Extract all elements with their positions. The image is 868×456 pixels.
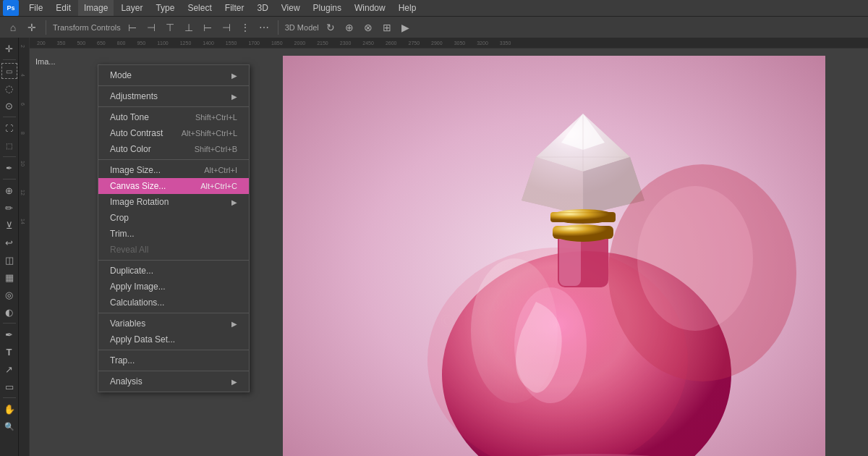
ruler-tick: 1250 [174, 41, 197, 46]
menu-group-duplicate: Duplicate... Apply Image... Calculations… [98, 261, 249, 313]
menu-item-apply-image[interactable]: Apply Image... [98, 279, 249, 295]
menu-image[interactable]: Image [78, 0, 114, 16]
frame-tool[interactable]: ⬚ [1, 138, 17, 153]
dodge-tool[interactable]: ◐ [1, 304, 17, 320]
menu-item-analysis[interactable]: Analysis ▶ [98, 373, 249, 389]
ruler-tick: 500 [71, 41, 91, 46]
ruler-tick: 2450 [357, 41, 380, 46]
menu-item-trap[interactable]: Trap... [98, 352, 249, 368]
menu-item-mode[interactable]: Mode ▶ [98, 67, 249, 83]
clone-stamp-tool[interactable]: ⊻ [1, 217, 17, 233]
eyedropper-tool[interactable]: ✒ [1, 160, 17, 176]
orbit3d-icon[interactable]: ⊗ [361, 20, 375, 35]
tool-sep3 [3, 156, 16, 157]
menu-item-image-size-label: Image Size... [110, 165, 161, 175]
menu-type[interactable]: Type [150, 0, 180, 16]
eraser-tool[interactable]: ◫ [1, 252, 17, 268]
move-tool[interactable]: ✛ [1, 41, 17, 56]
menu-plugins[interactable]: Plugins [307, 0, 347, 16]
menu-item-auto-tone[interactable]: Auto Tone Shift+Ctrl+L [98, 109, 249, 125]
zoom-tool[interactable]: 🔍 [1, 418, 17, 434]
menu-item-canvas-size[interactable]: Canvas Size... Alt+Ctrl+C [98, 178, 249, 194]
3d-model-label: 3D Model [285, 23, 319, 32]
menu-filter[interactable]: Filter [219, 0, 250, 16]
lasso-tool[interactable]: ◌ [1, 80, 17, 96]
align-top-icon[interactable]: ⊥ [182, 20, 196, 35]
ruler-tick: 3050 [448, 41, 472, 46]
shape-tool[interactable]: ▭ [1, 379, 17, 394]
menu-edit[interactable]: Edit [50, 0, 77, 16]
menu-item-auto-contrast[interactable]: Auto Contrast Alt+Shift+Ctrl+L [98, 125, 249, 141]
ruler-tick: 650 [91, 41, 111, 46]
menu-item-apply-data-set-label: Apply Data Set... [110, 334, 175, 345]
image-menu-dropdown: Mode ▶ Adjustments ▶ Auto Tone Shift+Ctr [98, 64, 250, 392]
menu-item-variables[interactable]: Variables ▶ [98, 316, 249, 332]
menu-group-variables: Variables ▶ Apply Data Set... [98, 313, 249, 350]
content-area: 200 350 500 650 800 950 1100 1250 1400 1… [30, 38, 868, 456]
align-center-h-icon[interactable]: ⊣ [144, 20, 158, 35]
heal-tool[interactable]: ⊕ [1, 182, 17, 198]
pan3d-icon[interactable]: ⊕ [342, 20, 357, 35]
gradient-tool[interactable]: ▦ [1, 269, 17, 285]
menu-item-adjustments[interactable]: Adjustments ▶ [98, 88, 249, 104]
align-center-v-icon[interactable]: ⊢ [200, 20, 215, 35]
more-icon[interactable]: ⋯ [257, 20, 271, 35]
menu-item-apply-data-set[interactable]: Apply Data Set... [98, 332, 249, 347]
main-area: ✛ ▭ ◌ ⊙ ⛶ ⬚ ✒ ⊕ ✏ ⊻ ↩ ◫ ▦ ◎ ◐ ✒ T ↗ ▭ ✋ … [0, 38, 868, 456]
menu-select[interactable]: Select [182, 0, 217, 16]
ruler-vertical: 2 4 6 8 10 12 14 [19, 38, 30, 456]
auto-tone-shortcut: Shift+Ctrl+L [195, 113, 237, 122]
video-icon[interactable]: ▶ [399, 20, 413, 35]
align-left-icon[interactable]: ⊢ [125, 20, 140, 35]
ruler-tick: 2150 [311, 41, 334, 46]
menu-item-trim[interactable]: Trim... [98, 226, 249, 242]
hand-tool[interactable]: ✋ [1, 401, 17, 417]
home-icon[interactable]: ⌂ [6, 20, 20, 35]
menu-item-auto-color[interactable]: Auto Color Shift+Ctrl+B [98, 141, 249, 157]
crop-tool[interactable]: ⛶ [1, 120, 17, 136]
menu-item-image-size[interactable]: Image Size... Alt+Ctrl+I [98, 162, 249, 178]
ruler-tick: 1850 [265, 41, 289, 46]
history-brush-tool[interactable]: ↩ [1, 235, 17, 250]
transform-controls-label: Transform Controls [53, 23, 121, 32]
adjustments-arrow: ▶ [231, 93, 237, 101]
menu-view[interactable]: View [276, 0, 306, 16]
menu-item-duplicate[interactable]: Duplicate... [98, 263, 249, 279]
blur-tool[interactable]: ◎ [1, 287, 17, 303]
menu-item-auto-tone-label: Auto Tone [110, 112, 149, 122]
menu-item-calculations[interactable]: Calculations... [98, 295, 249, 311]
svg-point-19 [637, 186, 753, 331]
menu-3d[interactable]: 3D [251, 0, 273, 16]
menu-window[interactable]: Window [349, 0, 391, 16]
path-select-tool[interactable]: ↗ [1, 361, 17, 377]
menu-group-trap: Trap... [98, 350, 249, 371]
menu-item-trap-label: Trap... [110, 355, 135, 366]
menu-item-image-rotation[interactable]: Image Rotation ▶ [98, 194, 249, 210]
menu-help[interactable]: Help [393, 0, 422, 16]
align-right-icon[interactable]: ⊤ [163, 20, 177, 35]
menu-item-crop[interactable]: Crop [98, 210, 249, 226]
move-icon[interactable]: ✛ [25, 20, 39, 35]
align-bottom-icon[interactable]: ⊣ [219, 20, 234, 35]
menu-file[interactable]: File [23, 0, 48, 16]
auto-contrast-shortcut: Alt+Shift+Ctrl+L [182, 129, 237, 138]
quick-select-tool[interactable]: ⊙ [1, 98, 17, 114]
rectangle-select-tool[interactable]: ▭ [1, 63, 17, 79]
ps-logo[interactable]: Ps [3, 0, 19, 16]
image-size-shortcut: Alt+Ctrl+I [204, 166, 237, 174]
auto-color-shortcut: Shift+Ctrl+B [195, 145, 237, 153]
ruler-tick: 1550 [220, 41, 243, 46]
ruler-tick: 3350 [494, 41, 517, 46]
ruler-tick: 3200 [471, 41, 494, 46]
ruler-tick: 1100 [151, 41, 174, 46]
canvas-image: © Retoucher Inc. [283, 56, 825, 456]
rotate3d-icon[interactable]: ↻ [323, 20, 338, 35]
toolbar-separator [46, 20, 46, 35]
menu-layer[interactable]: Layer [115, 0, 148, 16]
brush-tool[interactable]: ✏ [1, 200, 17, 216]
menu-group-adjustments: Adjustments ▶ [98, 86, 249, 107]
pen-tool[interactable]: ✒ [1, 326, 17, 342]
distribute-icon[interactable]: ⋮ [238, 20, 252, 35]
type-tool[interactable]: T [1, 344, 17, 360]
zoom3d-icon[interactable]: ⊞ [380, 20, 394, 35]
